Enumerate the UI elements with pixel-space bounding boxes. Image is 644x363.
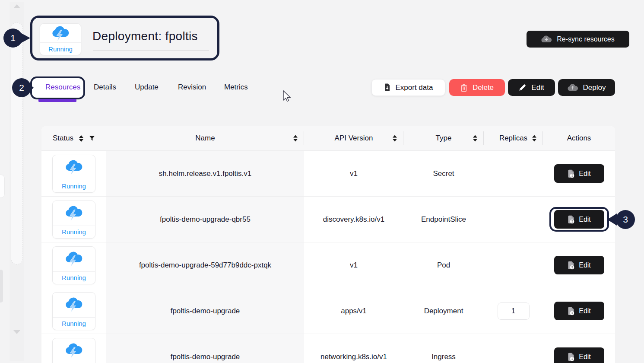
column-header-status: Status bbox=[41, 126, 106, 150]
file-info-icon bbox=[567, 353, 574, 361]
scroll-down-icon[interactable] bbox=[13, 330, 20, 334]
sort-replicas-icon[interactable] bbox=[532, 135, 536, 142]
export-data-button[interactable]: Export data bbox=[371, 79, 445, 96]
resource-name: fpoltis-demo-upgrade bbox=[106, 288, 304, 334]
tab-details[interactable]: Details bbox=[94, 83, 116, 92]
deploy-button[interactable]: Deploy bbox=[558, 79, 615, 96]
tab-metrics[interactable]: Metrics bbox=[224, 83, 248, 92]
file-info-icon bbox=[567, 261, 574, 270]
resync-label: Re-sync resources bbox=[557, 35, 614, 43]
mouse-cursor bbox=[282, 90, 291, 105]
resource-type: Deployment bbox=[403, 288, 484, 334]
table-row: Running fpoltis-demo-upgrade apps/v1 Dep… bbox=[41, 288, 615, 334]
table-row: Running fpoltis-demo-upgrade-59d77b9ddc-… bbox=[41, 242, 615, 288]
resource-api-version: discovery.k8s.io/v1 bbox=[304, 197, 403, 242]
collapsed-side-panel-tab[interactable] bbox=[0, 175, 5, 198]
status-badge: Running bbox=[52, 292, 95, 330]
resource-api-version: v1 bbox=[304, 151, 403, 196]
status-badge: Running bbox=[52, 338, 95, 363]
cloud-lightning-icon bbox=[53, 338, 95, 363]
row-edit-button[interactable]: Edit bbox=[554, 302, 604, 320]
resources-table: Status Name API Version Type Replicas bbox=[41, 126, 615, 363]
delete-label: Delete bbox=[473, 83, 494, 92]
pen-icon bbox=[519, 84, 526, 91]
table-row: Running fpoltis-demo-upgrade networking.… bbox=[41, 334, 615, 363]
resource-name: fpoltis-demo-upgrade-qbr55 bbox=[106, 197, 304, 242]
tab-resources[interactable]: Resources bbox=[45, 83, 80, 92]
resource-name: fpoltis-demo-upgrade bbox=[106, 334, 304, 363]
status-badge: Running bbox=[52, 201, 95, 239]
cloud-lightning-icon bbox=[53, 201, 95, 226]
side-panel-handle[interactable] bbox=[0, 270, 3, 302]
row-edit-button[interactable]: Edit bbox=[554, 256, 604, 274]
resource-api-version: v1 bbox=[304, 242, 403, 288]
table-row: Running sh.helm.release.v1.fpoltis.v1 v1… bbox=[41, 150, 615, 196]
tab-revision[interactable]: Revision bbox=[178, 83, 206, 92]
annotation-pointer-3 bbox=[607, 213, 617, 226]
trash-icon bbox=[460, 84, 467, 92]
deploy-label: Deploy bbox=[583, 83, 606, 92]
row-edit-button[interactable]: Edit bbox=[554, 347, 604, 363]
resource-api-version: networking.k8s.io/v1 bbox=[304, 334, 403, 363]
cloud-plus-icon bbox=[541, 35, 552, 43]
resource-type: Ingress bbox=[403, 334, 484, 363]
scroll-up-icon[interactable] bbox=[13, 4, 20, 8]
cloud-upload-icon bbox=[568, 84, 578, 91]
edit-button[interactable]: Edit bbox=[508, 79, 555, 96]
column-header-actions: Actions bbox=[543, 126, 615, 150]
file-info-icon bbox=[567, 169, 574, 178]
left-scrollbar-thumb[interactable] bbox=[11, 22, 23, 264]
delete-button[interactable]: Delete bbox=[449, 79, 505, 96]
resource-name: sh.helm.release.v1.fpoltis.v1 bbox=[106, 151, 304, 196]
sort-name-icon[interactable] bbox=[293, 135, 298, 142]
row-edit-button[interactable]: Edit bbox=[554, 164, 604, 183]
resource-replicas bbox=[484, 242, 543, 288]
app-window: Running Deployment: fpoltis 1 Re-sync re… bbox=[0, 0, 644, 363]
tabbar-divider bbox=[41, 100, 615, 100]
table-row: Running fpoltis-demo-upgrade-qbr55 disco… bbox=[41, 196, 615, 242]
resync-resources-button[interactable]: Re-sync resources bbox=[527, 31, 629, 48]
sort-type-icon[interactable] bbox=[473, 135, 477, 142]
resource-type: Pod bbox=[403, 242, 484, 288]
annotation-box-3 bbox=[549, 207, 609, 232]
cloud-lightning-icon bbox=[53, 293, 95, 317]
cloud-lightning-icon bbox=[53, 155, 95, 180]
sort-status-icon[interactable] bbox=[79, 135, 83, 142]
resource-type: EndpointSlice bbox=[403, 197, 484, 242]
export-label: Export data bbox=[396, 83, 433, 92]
status-badge: Running bbox=[52, 155, 95, 193]
column-header-name: Name bbox=[106, 126, 304, 150]
annotation-box-1 bbox=[30, 16, 219, 60]
filter-icon[interactable] bbox=[89, 135, 95, 141]
active-tab-underline bbox=[38, 99, 76, 102]
annotation-marker-3: 3 bbox=[616, 210, 635, 229]
file-info-icon bbox=[567, 307, 574, 315]
resource-name: fpoltis-demo-upgrade-59d77b9ddc-pxtqk bbox=[106, 242, 304, 288]
resource-replicas bbox=[484, 334, 543, 363]
resource-replicas bbox=[484, 151, 543, 196]
column-header-type: Type bbox=[403, 126, 484, 150]
sort-api-version-icon[interactable] bbox=[393, 135, 397, 142]
column-header-replicas: Replicas bbox=[484, 126, 543, 150]
resource-api-version: apps/v1 bbox=[304, 288, 403, 334]
file-download-icon bbox=[384, 83, 390, 92]
resource-type: Secret bbox=[403, 151, 484, 196]
replicas-input[interactable] bbox=[498, 302, 530, 320]
edit-label: Edit bbox=[531, 83, 544, 92]
annotation-pointer-2 bbox=[27, 82, 34, 94]
annotation-pointer-1 bbox=[19, 32, 30, 44]
cloud-lightning-icon bbox=[53, 247, 95, 271]
table-header-row: Status Name API Version Type Replicas bbox=[41, 126, 615, 150]
status-badge: Running bbox=[52, 246, 95, 284]
tab-update[interactable]: Update bbox=[135, 83, 159, 92]
resource-replicas bbox=[484, 197, 543, 242]
column-header-api-version: API Version bbox=[304, 126, 403, 150]
